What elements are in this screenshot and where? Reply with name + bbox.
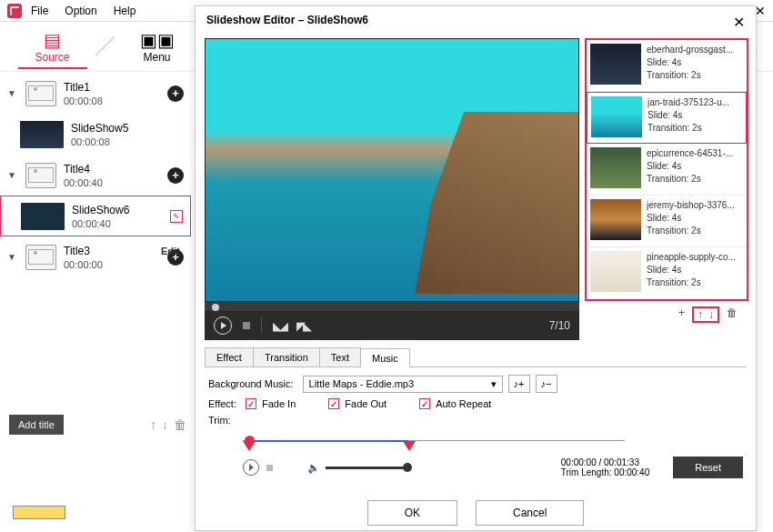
thumb-image bbox=[590, 199, 641, 240]
title-row-3[interactable]: ▼ Title3 00:00:00 + bbox=[0, 236, 191, 277]
thumb-slide-dur: Slide: 4s bbox=[648, 109, 742, 122]
trim-slider[interactable] bbox=[243, 431, 625, 453]
trim-stop-button[interactable] bbox=[266, 465, 273, 471]
menu-icon: ▣▣ bbox=[140, 29, 175, 51]
add-slide-button[interactable]: + bbox=[167, 85, 184, 102]
thumb-name: pineapple-supply-co... bbox=[647, 251, 743, 264]
bg-music-value: Little Maps - Eddie.mp3 bbox=[309, 378, 415, 390]
slide-row-5[interactable]: SlideShow5 00:00:08 bbox=[0, 114, 191, 155]
fade-out-checkbox[interactable]: ✓ bbox=[328, 398, 339, 409]
title-list: ▼ Title1 00:00:08 + SlideShow5 00:00:08 … bbox=[0, 73, 191, 473]
bg-music-combo[interactable]: Little Maps - Eddie.mp3 ▾ bbox=[303, 376, 503, 393]
tab-music[interactable]: Music bbox=[360, 348, 410, 367]
thumb-trans-dur: Transition: 2s bbox=[647, 276, 743, 289]
tab-source[interactable]: ▤ Source bbox=[9, 24, 95, 69]
thumb-image bbox=[590, 251, 641, 292]
add-title-button[interactable]: Add title bbox=[9, 415, 64, 435]
thumb-down-icon[interactable]: ↓ bbox=[708, 308, 714, 321]
slide-name: SlideShow5 bbox=[71, 122, 184, 135]
trim-time: 00:00:00 / 00:01:33 bbox=[561, 457, 649, 467]
trim-play-button[interactable] bbox=[243, 459, 259, 476]
tab-effect[interactable]: Effect bbox=[205, 347, 254, 366]
slide-thumb bbox=[20, 121, 64, 148]
flip-h-icon[interactable]: ◣◢ bbox=[273, 319, 286, 333]
source-icon: ▤ bbox=[44, 29, 61, 51]
placeholder-thumb bbox=[25, 245, 56, 270]
dialog-title: Slideshow Editor – SlideShow6 bbox=[206, 14, 368, 31]
title-name: Title4 bbox=[64, 163, 167, 176]
flip-v-icon[interactable]: ◤◣ bbox=[296, 319, 309, 333]
fade-out-label: Fade Out bbox=[345, 398, 386, 409]
music-panel: Background Music: Little Maps - Eddie.mp… bbox=[196, 367, 756, 491]
scrub-bar[interactable] bbox=[205, 302, 579, 311]
caret-icon[interactable]: ▼ bbox=[7, 252, 18, 262]
music-remove-icon[interactable]: ♪− bbox=[536, 375, 557, 393]
title-row-1[interactable]: ▼ Title1 00:00:08 + bbox=[0, 73, 191, 114]
music-add-icon[interactable]: ♪+ bbox=[508, 375, 530, 393]
tab-menu[interactable]: ▣▣ Menu bbox=[114, 24, 200, 69]
menu-file[interactable]: File bbox=[31, 5, 48, 17]
thumb-delete-icon[interactable]: 🗑 bbox=[727, 306, 738, 323]
volume-slider[interactable] bbox=[326, 467, 407, 469]
caret-icon[interactable]: ▼ bbox=[7, 170, 18, 180]
thumb-name: eberhard-grossgast... bbox=[647, 44, 743, 56]
caret-icon[interactable]: ▼ bbox=[7, 88, 18, 98]
dialog-close-icon[interactable]: ✕ bbox=[733, 14, 745, 31]
menu-option[interactable]: Option bbox=[65, 5, 96, 17]
thumb-item[interactable]: epicurrence-64531-... Slide: 4s Transiti… bbox=[587, 144, 747, 196]
stop-button[interactable] bbox=[243, 322, 250, 329]
thumb-trans-dur: Transition: 2s bbox=[647, 69, 743, 82]
fade-in-label: Fade In bbox=[262, 398, 296, 409]
thumb-trans-dur: Transition: 2s bbox=[648, 122, 742, 135]
thumb-name: jan-traid-375123-u... bbox=[648, 96, 742, 109]
tab-source-label: Source bbox=[35, 51, 69, 64]
thumb-name: jeremy-bishop-3376... bbox=[647, 199, 743, 212]
edit-icon[interactable]: ✎ bbox=[170, 210, 183, 223]
auto-repeat-label: Auto Repeat bbox=[436, 398, 491, 409]
preview-image bbox=[205, 38, 579, 302]
editor-tabs: Effect Transition Text Music bbox=[205, 347, 747, 367]
bg-music-label: Background Music: bbox=[208, 378, 294, 389]
thumb-item[interactable]: eberhard-grossgast... Slide: 4s Transiti… bbox=[587, 40, 747, 92]
slide-row-6[interactable]: SlideShow6 00:00:40 ✎ bbox=[0, 196, 191, 236]
volume-icon[interactable]: 🔈 bbox=[307, 462, 320, 474]
thumb-item[interactable]: jeremy-bishop-3376... Slide: 4s Transiti… bbox=[587, 196, 747, 247]
tab-text[interactable]: Text bbox=[319, 347, 361, 366]
thumb-up-icon[interactable]: ↑ bbox=[698, 308, 703, 321]
title-row-4[interactable]: ▼ Title4 00:00:40 + bbox=[0, 155, 191, 196]
thumb-slide-dur: Slide: 4s bbox=[647, 264, 743, 276]
slide-thumb bbox=[21, 203, 65, 230]
move-up-icon[interactable]: ↑ bbox=[150, 417, 156, 432]
add-slide-button[interactable]: + bbox=[167, 167, 184, 184]
timeline-clip[interactable] bbox=[13, 506, 65, 519]
trim-start-handle[interactable] bbox=[243, 441, 256, 451]
thumb-item[interactable]: jan-traid-375123-u... Slide: 4s Transiti… bbox=[587, 92, 747, 144]
title-name: Title3 bbox=[64, 245, 167, 257]
trim-end-handle[interactable] bbox=[403, 441, 416, 451]
slideshow-editor-dialog: Slideshow Editor – SlideShow6 ✕ ◣◢ ◤◣ 7/… bbox=[195, 5, 757, 531]
fade-in-checkbox[interactable]: ✓ bbox=[246, 398, 256, 409]
delete-icon[interactable]: 🗑 bbox=[174, 417, 186, 432]
trim-label: Trim: bbox=[208, 415, 231, 426]
move-down-icon[interactable]: ↓ bbox=[162, 417, 168, 432]
slide-thumb-list: eberhard-grossgast... Slide: 4s Transiti… bbox=[585, 38, 748, 301]
thumb-slide-dur: Slide: 4s bbox=[647, 160, 743, 173]
add-thumb-icon[interactable]: + bbox=[678, 306, 685, 323]
thumb-image bbox=[590, 147, 641, 188]
ok-button[interactable]: OK bbox=[367, 500, 457, 526]
thumb-image bbox=[590, 44, 641, 85]
cancel-button[interactable]: Cancel bbox=[476, 500, 584, 526]
reset-button[interactable]: Reset bbox=[673, 457, 743, 478]
tab-arrow bbox=[95, 24, 114, 69]
thumb-name: epicurrence-64531-... bbox=[647, 147, 743, 160]
play-button[interactable] bbox=[214, 316, 232, 335]
menu-help[interactable]: Help bbox=[114, 5, 136, 17]
tab-transition[interactable]: Transition bbox=[253, 347, 320, 366]
auto-repeat-checkbox[interactable]: ✓ bbox=[419, 398, 430, 409]
chevron-down-icon: ▾ bbox=[491, 378, 497, 390]
thumb-slide-dur: Slide: 4s bbox=[647, 56, 743, 69]
slide-counter: 7/10 bbox=[549, 319, 570, 332]
trim-length: Trim Length: 00:00:40 bbox=[561, 467, 649, 477]
thumb-item[interactable]: pineapple-supply-co... Slide: 4s Transit… bbox=[587, 247, 747, 299]
title-name: Title1 bbox=[64, 81, 167, 94]
